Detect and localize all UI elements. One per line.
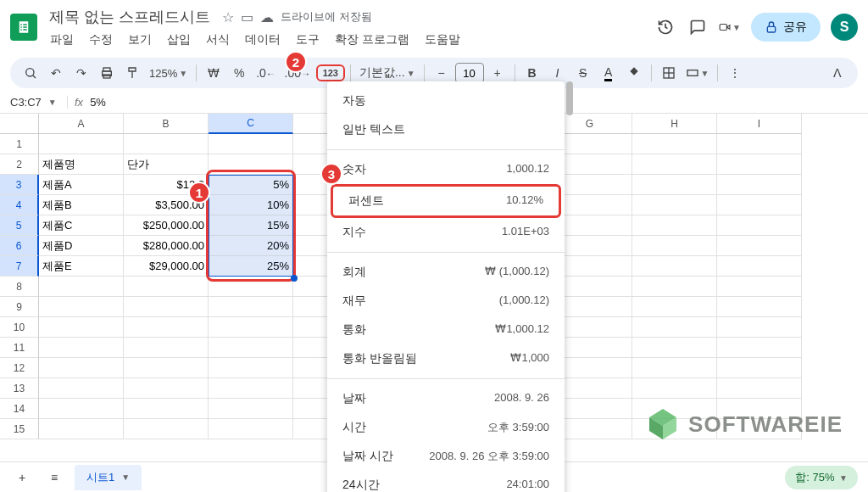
cell-I9[interactable]	[717, 297, 802, 317]
font-size-input[interactable]: 10	[455, 63, 484, 83]
cell-C9[interactable]	[209, 297, 293, 317]
col-header-A[interactable]: A	[39, 114, 124, 134]
percent-button[interactable]: %	[227, 61, 251, 85]
cell-I2[interactable]	[717, 154, 802, 175]
cell-A11[interactable]	[39, 338, 124, 358]
menu-data[interactable]: 데이터	[239, 31, 287, 49]
format-plain-text[interactable]: 일반 텍스트	[327, 115, 565, 144]
col-header-I[interactable]: I	[717, 114, 802, 134]
col-header-H[interactable]: H	[632, 114, 717, 134]
cell-C5[interactable]: 15%	[209, 215, 293, 236]
cell-I13[interactable]	[717, 378, 802, 399]
cell-C15[interactable]	[209, 419, 293, 439]
share-button[interactable]: 공유	[751, 13, 821, 42]
formula-input[interactable]: 5%	[90, 96, 106, 109]
cell-C13[interactable]	[209, 378, 293, 399]
menu-format[interactable]: 서식	[200, 31, 236, 49]
text-color-button[interactable]: A	[597, 61, 620, 85]
collapse-toolbar-icon[interactable]: ᐱ	[826, 61, 849, 85]
menu-extensions[interactable]: 확장 프로그램	[329, 31, 415, 49]
cell-A5[interactable]: 제품C	[39, 215, 124, 236]
cell-I8[interactable]	[717, 277, 802, 297]
cell-A9[interactable]	[39, 297, 124, 317]
cell-B11[interactable]	[124, 338, 209, 358]
cell-B5[interactable]: $250,000.00	[124, 215, 209, 236]
cell-I7[interactable]	[717, 256, 802, 277]
format-datetime[interactable]: 날짜 시간2008. 9. 26 오후 3:59:00	[327, 442, 565, 471]
history-icon[interactable]	[654, 16, 676, 38]
menu-view[interactable]: 보기	[122, 31, 158, 49]
cell-C11[interactable]	[209, 338, 293, 358]
sum-pill[interactable]: 합: 75% ▼	[785, 466, 858, 489]
row-header-14[interactable]: 14	[0, 399, 39, 419]
format-number[interactable]: 숫자1,000.12	[327, 155, 565, 184]
cell-A3[interactable]: 제품A	[39, 175, 124, 195]
format-auto[interactable]: 자동	[327, 87, 565, 115]
col-header-C[interactable]: C	[209, 114, 293, 134]
row-header-4[interactable]: 4	[0, 195, 39, 215]
row-header-6[interactable]: 6	[0, 236, 39, 256]
format-accounting[interactable]: 회계₩ (1,000.12)	[327, 258, 565, 287]
cloud-icon[interactable]: ☁	[260, 9, 274, 25]
cell-H6[interactable]	[632, 236, 717, 256]
add-sheet-button[interactable]: +	[10, 466, 34, 489]
cell-A13[interactable]	[39, 378, 124, 399]
cell-I12[interactable]	[717, 358, 802, 378]
currency-button[interactable]: ₩	[202, 61, 225, 85]
cell-A8[interactable]	[39, 277, 124, 297]
row-header-1[interactable]: 1	[0, 134, 39, 154]
cell-C1[interactable]	[209, 134, 293, 154]
paint-format-icon[interactable]	[120, 61, 144, 85]
cell-B1[interactable]	[124, 134, 209, 154]
borders-button[interactable]	[657, 61, 681, 85]
row-header-8[interactable]: 8	[0, 277, 39, 297]
cell-C4[interactable]: 10%	[209, 195, 293, 215]
cell-B8[interactable]	[124, 277, 209, 297]
select-all-corner[interactable]	[0, 114, 39, 134]
cell-A1[interactable]	[39, 134, 124, 154]
cell-I10[interactable]	[717, 317, 802, 338]
redo-icon[interactable]: ↷	[70, 61, 93, 85]
cell-H13[interactable]	[632, 378, 717, 399]
comment-icon[interactable]	[687, 16, 709, 38]
name-box[interactable]: C3:C7▼	[7, 96, 68, 109]
format-percent[interactable]: 퍼센트10.12%	[333, 187, 559, 215]
cell-C7[interactable]: 25%	[209, 256, 293, 277]
undo-icon[interactable]: ↶	[44, 61, 68, 85]
row-header-10[interactable]: 10	[0, 317, 39, 338]
row-header-15[interactable]: 15	[0, 419, 39, 439]
cell-C3[interactable]: 5%	[209, 175, 293, 195]
cell-A6[interactable]: 제품D	[39, 236, 124, 256]
merge-button[interactable]: ▼	[682, 61, 713, 85]
cell-H11[interactable]	[632, 338, 717, 358]
format-financial[interactable]: 재무(1,000.12)	[327, 287, 565, 316]
menu-insert[interactable]: 삽입	[161, 31, 197, 49]
format-time[interactable]: 시간오후 3:59:00	[327, 413, 565, 442]
cell-H3[interactable]	[632, 175, 717, 195]
cell-I5[interactable]	[717, 215, 802, 236]
cell-A10[interactable]	[39, 317, 124, 338]
fx-icon[interactable]: fx	[75, 96, 83, 109]
cell-H2[interactable]	[632, 154, 717, 175]
decimal-decrease-button[interactable]: .0←	[253, 61, 279, 85]
cell-A4[interactable]: 제품B	[39, 195, 124, 215]
dropdown-scrollbar[interactable]	[566, 81, 573, 115]
cell-C2[interactable]	[209, 154, 293, 175]
all-sheets-button[interactable]: ≡	[42, 466, 66, 489]
col-header-B[interactable]: B	[124, 114, 209, 134]
star-icon[interactable]: ☆	[222, 9, 234, 25]
cell-H9[interactable]	[632, 297, 717, 317]
format-currency[interactable]: 통화₩1,000.12	[327, 316, 565, 344]
row-header-12[interactable]: 12	[0, 358, 39, 378]
cell-B2[interactable]: 단가	[124, 154, 209, 175]
cell-B6[interactable]: $280,000.00	[124, 236, 209, 256]
cell-I4[interactable]	[717, 195, 802, 215]
cell-C10[interactable]	[209, 317, 293, 338]
doc-title[interactable]: 제목 없는 스프레드시트	[44, 5, 215, 29]
row-header-7[interactable]: 7	[0, 256, 39, 277]
format-duration[interactable]: 24시간24:01:00	[327, 471, 565, 492]
cell-H8[interactable]	[632, 277, 717, 297]
search-icon[interactable]	[19, 61, 42, 85]
avatar[interactable]: S	[831, 14, 858, 41]
cell-H10[interactable]	[632, 317, 717, 338]
